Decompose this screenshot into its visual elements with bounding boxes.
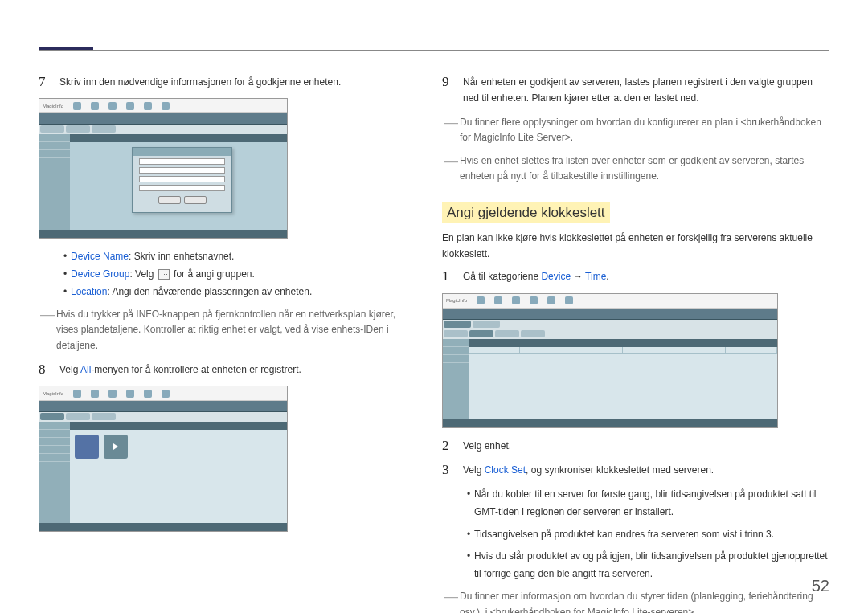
term-location: Location: [71, 286, 107, 297]
arrow-icon: →: [573, 268, 583, 284]
term-device-name: Device Name: [71, 251, 129, 262]
step-1: 1 Gå til kategoriene Device→Time.: [442, 268, 829, 284]
note-info-button: ― Hvis du trykker på INFO-knappen på fje…: [40, 307, 416, 353]
step-number: 8: [39, 362, 59, 378]
step-number: 9: [442, 74, 463, 107]
note-delete-device: ― Hvis en enhet slettes fra listen over …: [444, 153, 829, 184]
bullet-list: • Device Name: Skriv inn enhetsnavnet. •…: [59, 248, 416, 300]
step-3: 3 Velg Clock Set, og synkroniser klokkes…: [442, 462, 829, 478]
bullet-gmt: • Når du kobler til en server for første…: [463, 486, 829, 521]
term-all: All: [80, 364, 91, 375]
page-number: 52: [812, 577, 829, 595]
step-number: 1: [442, 268, 463, 284]
term-time: Time: [585, 271, 606, 282]
right-column: 9 Når enheten er godkjent av serveren, l…: [442, 74, 829, 613]
bullet-location: • Location: Angi den nåværende plasserin…: [59, 284, 416, 301]
step-number: 7: [39, 74, 59, 90]
section-title-clock: Angi gjeldende klokkeslett: [442, 202, 610, 223]
step-2: 2 Velg enhet.: [442, 438, 829, 454]
step-7: 7 Skriv inn den nødvendige informasjonen…: [39, 74, 416, 90]
step-text: Velg Clock Set, og synkroniser klokkesle…: [463, 462, 829, 478]
bullet-restore: • Hvis du slår produktet av og på igjen,…: [463, 548, 829, 582]
step-text: Når enheten er godkjent av serveren, las…: [463, 74, 829, 107]
bullet-list-clock: • Når du kobler til en server for første…: [463, 486, 829, 582]
section-intro: En plan kan ikke kjøre hvis klokkeslette…: [442, 230, 829, 263]
step-9: 9 Når enheten er godkjent av serveren, l…: [442, 74, 829, 107]
step-number: 3: [442, 462, 463, 478]
step-number: 2: [442, 438, 463, 454]
bullet-change-from-server: • Tidsangivelsen på produktet kan endres…: [463, 526, 829, 544]
step-text: Gå til kategoriene Device→Time.: [463, 268, 829, 284]
step-8: 8 Velg All-menyen for å kontrollere at e…: [39, 362, 416, 378]
bullet-device-group: • Device Group: Velg for å angi gruppen.: [59, 266, 416, 284]
header-rule: [39, 50, 829, 51]
term-device-group: Device Group: [71, 268, 129, 280]
step-text: Velg enhet.: [463, 438, 829, 454]
screenshot-device-list: MagicInfo: [39, 386, 288, 532]
term-clock-set: Clock Set: [485, 464, 526, 476]
note-manual-ref-2: ― Du finner mer informasjon om hvordan d…: [444, 589, 829, 613]
term-device: Device: [541, 271, 571, 282]
left-column: 7 Skriv inn den nødvendige informasjonen…: [39, 74, 416, 541]
step-text: Velg All-menyen for å kontrollere at enh…: [59, 362, 416, 378]
note-manual-ref-1: ― Du finner flere opplysninger om hvorda…: [444, 115, 829, 145]
screenshot-approve-device: MagicInfo: [39, 98, 288, 239]
step-text: Skriv inn den nødvendige informasjonen f…: [59, 74, 416, 90]
screenshot-time-settings: MagicInfo: [442, 293, 778, 428]
bullet-device-name: • Device Name: Skriv inn enhetsnavnet.: [59, 248, 416, 266]
browse-icon: [158, 269, 170, 280]
